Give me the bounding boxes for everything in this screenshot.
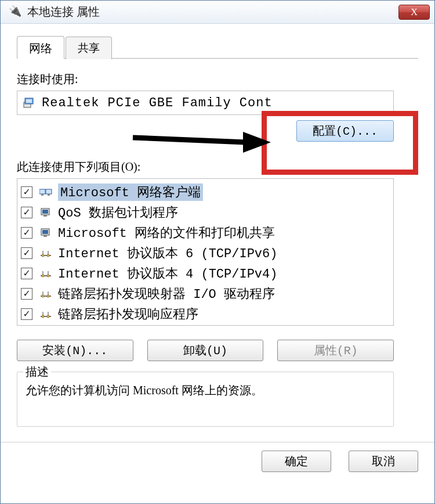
item-label: QoS 数据包计划程序 — [58, 204, 178, 221]
list-item[interactable]: 链路层拓扑发现响应程序 — [21, 304, 390, 324]
checkbox[interactable] — [21, 186, 32, 198]
content-area: 网络 共享 连接时使用: Realtek PCIe GBE Family Con… — [1, 24, 434, 427]
configure-row: 配置(C)... — [17, 117, 394, 144]
install-label: 安装(N)... — [42, 344, 107, 358]
list-item[interactable]: QoS 数据包计划程序 — [21, 202, 390, 222]
configure-button-label: 配置(C)... — [313, 125, 378, 138]
list-item[interactable]: Internet 协议版本 4 (TCP/IPv4) — [21, 263, 390, 283]
titlebar: 本地连接 属性 X — [1, 1, 434, 24]
service-icon — [39, 207, 52, 218]
svg-rect-6 — [48, 194, 50, 196]
install-button[interactable]: 安装(N)... — [17, 340, 133, 361]
uninstall-label: 卸载(U) — [183, 344, 227, 358]
properties-label: 属性(R) — [314, 344, 358, 358]
tab-strip: 网络 共享 — [17, 35, 418, 59]
svg-point-20 — [47, 275, 49, 277]
network-adapter-icon — [9, 5, 19, 20]
list-item[interactable]: Internet 协议版本 6 (TCP/IPv6) — [21, 243, 390, 263]
service-icon — [39, 227, 52, 239]
description-legend: 描述 — [23, 364, 51, 380]
checkbox[interactable] — [21, 268, 32, 279]
tab-share[interactable]: 共享 — [66, 37, 112, 59]
list-item[interactable]: Microsoft 网络的文件和打印机共享 — [21, 222, 390, 243]
dialog-buttons: 确定 取消 — [1, 442, 434, 480]
device-name: Realtek PCIe GBE Family Cont — [42, 96, 273, 110]
svg-point-29 — [42, 315, 44, 318]
svg-point-15 — [47, 254, 49, 257]
item-label: Microsoft 网络客户端 — [58, 183, 203, 201]
item-label: 链路层拓扑发现响应程序 — [58, 305, 198, 323]
items-label: 此连接使用下列项目(O): — [17, 159, 418, 175]
uninstall-button[interactable]: 卸载(U) — [147, 340, 264, 361]
svg-rect-9 — [44, 215, 47, 217]
list-item[interactable]: 链路层拓扑发现映射器 I/O 驱动程序 — [21, 283, 390, 304]
svg-rect-5 — [41, 194, 44, 196]
svg-rect-2 — [26, 99, 32, 103]
protocol-icon — [39, 247, 52, 259]
item-label: 链路层拓扑发现映射器 I/O 驱动程序 — [58, 285, 275, 303]
tab-share-label: 共享 — [78, 42, 100, 54]
action-buttons-row: 安装(N)... 卸载(U) 属性(R) — [17, 340, 394, 361]
client-icon — [39, 186, 52, 198]
tab-body-network: 连接时使用: Realtek PCIe GBE Family Cont 配置(C… — [17, 59, 418, 427]
svg-point-19 — [42, 275, 44, 277]
checkbox[interactable] — [21, 247, 32, 259]
item-label: Microsoft 网络的文件和打印机共享 — [58, 224, 275, 242]
svg-point-25 — [47, 295, 49, 297]
checkbox[interactable] — [21, 227, 32, 239]
window-title: 本地连接 属性 — [27, 4, 100, 20]
items-listbox[interactable]: Microsoft 网络客户端 QoS 数据包计划程序 Microsoft 网络… — [17, 178, 394, 326]
checkbox[interactable] — [21, 207, 32, 218]
cancel-label: 取消 — [372, 455, 395, 469]
list-item[interactable]: Microsoft 网络客户端 — [21, 182, 390, 202]
checkbox[interactable] — [21, 308, 32, 320]
description-text: 允许您的计算机访问 Microsoft 网络上的资源。 — [26, 381, 385, 399]
svg-rect-8 — [42, 210, 48, 214]
svg-point-30 — [47, 315, 49, 318]
close-x: X — [411, 7, 418, 17]
item-label: Internet 协议版本 4 (TCP/IPv4) — [58, 265, 277, 282]
configure-button[interactable]: 配置(C)... — [296, 120, 394, 142]
close-button[interactable]: X — [398, 5, 430, 20]
ok-button[interactable]: 确定 — [262, 451, 331, 472]
protocol-icon — [39, 268, 52, 279]
nic-icon — [23, 96, 36, 109]
connect-using-label: 连接时使用: — [17, 71, 418, 87]
svg-point-14 — [42, 254, 44, 257]
tab-network-label: 网络 — [29, 42, 52, 55]
svg-point-24 — [42, 295, 44, 297]
svg-rect-11 — [42, 230, 48, 234]
properties-dialog: 本地连接 属性 X 网络 共享 连接时使用: Realtek PCIe GBE … — [0, 0, 435, 504]
svg-rect-4 — [46, 189, 52, 194]
item-properties-button: 属性(R) — [277, 340, 394, 361]
description-group: 描述 允许您的计算机访问 Microsoft 网络上的资源。 — [17, 372, 394, 427]
checkbox[interactable] — [21, 288, 32, 300]
cancel-button[interactable]: 取消 — [349, 451, 418, 472]
device-box[interactable]: Realtek PCIe GBE Family Cont — [17, 91, 394, 115]
protocol-icon — [39, 308, 52, 320]
svg-rect-3 — [39, 189, 45, 194]
tab-network[interactable]: 网络 — [17, 36, 64, 59]
svg-rect-12 — [44, 235, 47, 237]
protocol-icon — [39, 288, 52, 300]
ok-label: 确定 — [285, 455, 308, 469]
item-label: Internet 协议版本 6 (TCP/IPv6) — [58, 244, 277, 262]
